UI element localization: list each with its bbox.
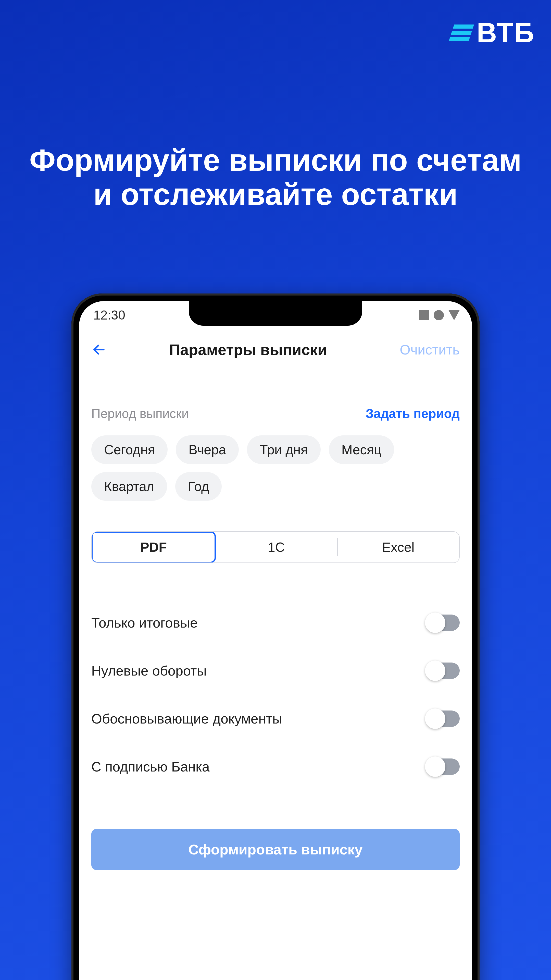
phone-screen: 12:30 Параметры выписки Очистить Период … <box>79 301 472 980</box>
period-chip-yesterday[interactable]: Вчера <box>176 435 239 464</box>
toggle-list: Только итоговые Нулевые обороты Обосновы… <box>91 599 460 791</box>
brand-logo-mark <box>449 24 474 41</box>
toggle-row-totals: Только итоговые <box>91 599 460 647</box>
status-time: 12:30 <box>94 308 125 323</box>
toggle-label: Нулевые обороты <box>91 663 206 679</box>
status-indicator-circle-icon <box>433 310 444 320</box>
clear-button[interactable]: Очистить <box>400 342 460 358</box>
toggle-signature[interactable] <box>426 759 460 775</box>
toggle-label: С подписью Банка <box>91 759 210 775</box>
period-chip-year[interactable]: Год <box>175 472 222 501</box>
status-indicator-square-icon <box>419 310 429 320</box>
format-segmented: PDF 1C Excel <box>91 531 460 563</box>
toggle-label: Только итоговые <box>91 615 198 631</box>
status-indicators <box>419 310 460 320</box>
phone-frame: 12:30 Параметры выписки Очистить Период … <box>71 293 480 980</box>
period-chips: Сегодня Вчера Три дня Месяц Квартал Год <box>91 435 460 501</box>
app-header: Параметры выписки Очистить <box>79 332 472 368</box>
toggle-row-docs: Обосновывающие документы <box>91 695 460 743</box>
period-chip-3days[interactable]: Три дня <box>247 435 321 464</box>
format-segment-excel[interactable]: Excel <box>337 532 459 563</box>
format-segment-1c[interactable]: 1C <box>215 532 337 563</box>
toggle-row-signature: С подписью Банка <box>91 743 460 791</box>
page-title: Параметры выписки <box>97 341 400 359</box>
toggle-docs[interactable] <box>426 711 460 727</box>
generate-statement-button[interactable]: Сформировать выписку <box>91 829 460 870</box>
promo-headline: Формируйте выписки по счетам и отслежива… <box>0 143 551 212</box>
period-chip-month[interactable]: Месяц <box>329 435 394 464</box>
period-chip-today[interactable]: Сегодня <box>91 435 168 464</box>
phone-notch <box>189 301 362 326</box>
toggle-zero[interactable] <box>426 662 460 679</box>
period-header: Период выписки Задать период <box>91 406 460 421</box>
toggle-totals[interactable] <box>426 614 460 631</box>
format-segment-pdf[interactable]: PDF <box>91 531 216 563</box>
toggle-row-zero: Нулевые обороты <box>91 647 460 695</box>
period-chip-quarter[interactable]: Квартал <box>91 472 167 501</box>
set-period-button[interactable]: Задать период <box>365 406 460 421</box>
brand-name: ВТБ <box>476 16 535 49</box>
status-indicator-triangle-icon <box>448 310 460 320</box>
content: Период выписки Задать период Сегодня Вче… <box>79 368 472 870</box>
brand-logo: ВТБ <box>451 16 535 49</box>
toggle-label: Обосновывающие документы <box>91 711 282 727</box>
period-label: Период выписки <box>91 406 189 421</box>
